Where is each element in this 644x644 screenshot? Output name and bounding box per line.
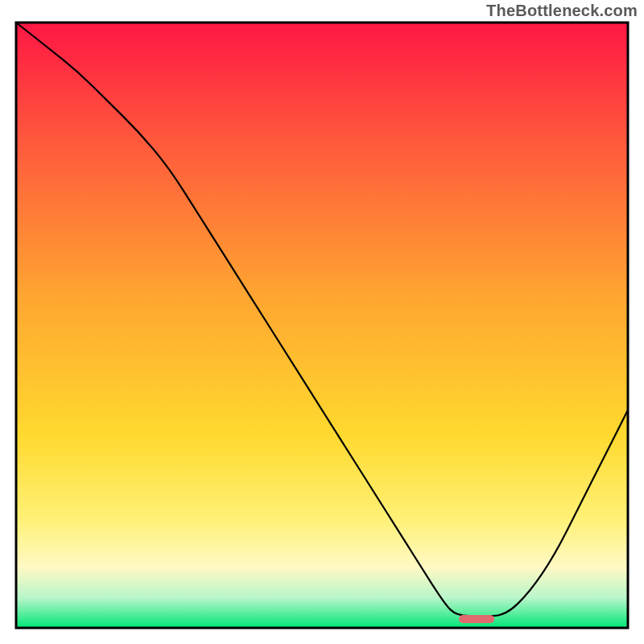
watermark-text: TheBottleneck.com xyxy=(486,2,638,20)
bottleneck-chart xyxy=(0,0,644,644)
chart-container: TheBottleneck.com xyxy=(0,0,644,644)
plot-background xyxy=(16,23,628,628)
optimal-marker xyxy=(459,615,494,623)
